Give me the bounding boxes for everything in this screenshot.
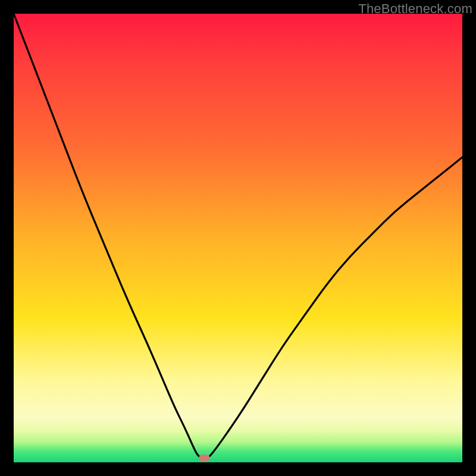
bottleneck-chart: TheBottleneck.com [0,0,476,476]
curve-layer [14,14,462,462]
optimal-point-marker [199,455,209,461]
plot-area [14,14,462,462]
bottleneck-curve [14,14,462,458]
